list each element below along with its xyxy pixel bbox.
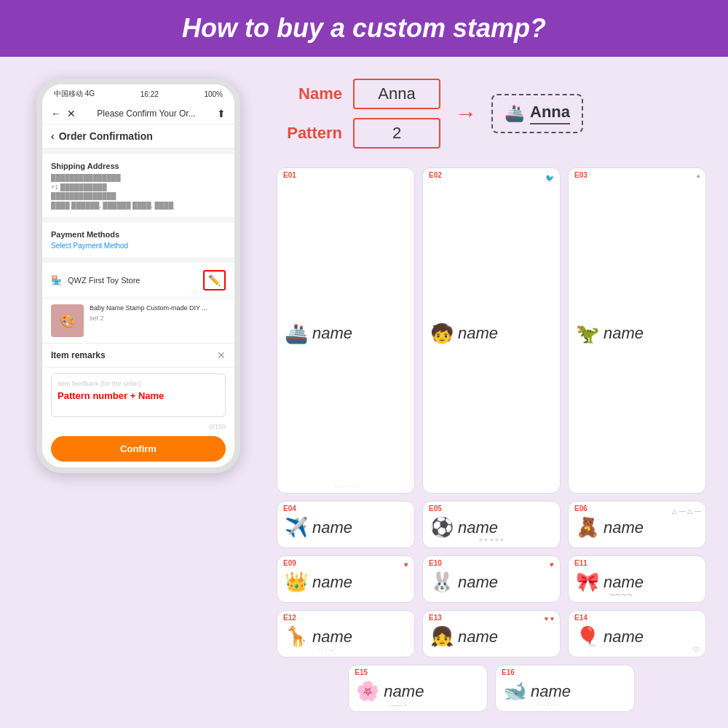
share-icon[interactable]: ⬆	[217, 108, 226, 119]
stamp-preview: 🚢 Anna	[491, 94, 583, 133]
pattern-icon-e01: 🚢	[285, 323, 308, 345]
pattern-icon-e15: 🌸	[356, 680, 379, 703]
pattern-card-e02[interactable]: E02 🧒 name 🐦	[422, 167, 561, 494]
pattern-name-e02: name	[458, 324, 498, 343]
pattern-card-e11[interactable]: E11 🎀 name 〜〜〜〜	[568, 555, 706, 603]
edit-box[interactable]: ✏️	[203, 270, 226, 290]
pattern-name-e12: name	[312, 628, 352, 646]
pattern-deco-e12: · · · →	[318, 647, 333, 654]
pattern-code-e06: E06	[574, 505, 587, 513]
pattern-name-e14: name	[604, 628, 644, 646]
remarks-placeholder: Item feedback (for the seller)	[58, 380, 219, 387]
pattern-code-e12: E12	[283, 614, 296, 622]
pattern-name-e10: name	[458, 573, 498, 592]
pattern-icon-e02: 🧒	[430, 323, 454, 345]
pattern-card-e16[interactable]: E16 🐋 name · · · · · · ·	[495, 665, 635, 712]
pattern-code-e04: E04	[283, 505, 296, 513]
pattern-icon-e06: 🧸	[576, 516, 599, 539]
pattern-card-e12[interactable]: E12 🦒 name · · · →	[277, 610, 415, 657]
remarks-header: Item remarks ✕	[42, 344, 234, 368]
payment-section: Payment Methods Select Payment Method	[42, 223, 234, 257]
phone-content: ‹ Order Confirmation Shipping Address ██…	[42, 124, 234, 462]
pattern-name-e16: name	[531, 682, 571, 701]
back-icon[interactable]: ←	[51, 108, 61, 119]
pattern-name-e05: name	[458, 518, 498, 537]
address-line-1: ███████████████	[51, 173, 226, 183]
carrier: 中国移动 4G	[54, 89, 95, 99]
pattern-code-e11: E11	[574, 559, 587, 567]
pattern-card-e06[interactable]: E06 🧸 name △ — △ —	[568, 501, 706, 548]
pattern-deco-e14: ♡	[693, 646, 700, 654]
remarks-title: Item remarks	[51, 350, 106, 360]
pattern-deco-e06: △ — △ —	[672, 507, 701, 515]
pattern-card-e13[interactable]: E13 👧 name ♥ ♥	[422, 610, 561, 657]
pattern-row-1: E01 🚢 name · · · · · · · E02 🧒 name 🐦 E0…	[277, 167, 706, 494]
product-variant: set 2	[90, 314, 226, 322]
pattern-icon-e10: 🐰	[430, 571, 454, 593]
name-input[interactable]: Anna	[353, 79, 440, 109]
pattern-deco-e03: ✦	[695, 173, 701, 181]
pattern-deco-e11: 〜〜〜〜	[609, 591, 633, 599]
pattern-deco-e16: · · · · · · ·	[537, 702, 558, 708]
time: 16:22	[141, 90, 159, 98]
confirm-button[interactable]: Confirm	[51, 436, 226, 462]
pattern-code-e09: E09	[283, 559, 296, 567]
pattern-input[interactable]: 2	[353, 118, 440, 149]
pattern-card-e15[interactable]: E15 🌸 name ——→	[348, 665, 488, 712]
pattern-card-e10[interactable]: E10 🐰 name ♥	[422, 555, 561, 603]
product-name: Baby Name Stamp Custom-made DIY ...	[90, 304, 226, 313]
product-row: 🎨 Baby Name Stamp Custom-made DIY ... se…	[42, 298, 234, 343]
close-icon[interactable]: ✕	[67, 108, 76, 119]
phone-status-bar: 中国移动 4G 16:22 100%	[42, 84, 234, 103]
pattern-card-e03[interactable]: E03 🦖 name ✦	[568, 167, 706, 494]
char-count: 0/150	[51, 423, 226, 430]
pattern-name-e04: name	[312, 518, 352, 537]
pattern-icon-e04: ✈️	[285, 516, 308, 539]
shipping-label: Shipping Address	[51, 162, 226, 170]
back-icon-2[interactable]: ‹	[51, 130, 55, 142]
instruction-area: Name Anna Pattern 2 → 🚢 Anna	[277, 71, 706, 156]
pattern-code-e16: E16	[502, 668, 515, 676]
pattern-name-e06: name	[604, 518, 644, 537]
pattern-code-e10: E10	[429, 559, 442, 567]
header-title: How to buy a custom stamp?	[15, 13, 713, 44]
pattern-icon-e12: 🦒	[285, 625, 308, 648]
payment-link[interactable]: Select Payment Method	[51, 242, 226, 250]
remarks-close-btn[interactable]: ✕	[217, 349, 226, 361]
name-label: Name	[277, 84, 342, 103]
pattern-icon-e13: 👧	[430, 625, 454, 648]
pattern-card-e04[interactable]: E04 ✈️ name	[277, 501, 415, 548]
main-content: 中国移动 4G 16:22 100% ← ✕ Please Confirm Yo…	[0, 57, 728, 727]
pattern-code-e03: E03	[574, 171, 587, 179]
left-panel: 中国移动 4G 16:22 100% ← ✕ Please Confirm Yo…	[22, 71, 255, 712]
arrow-icon: →	[455, 101, 477, 126]
pattern-code-e05: E05	[429, 505, 442, 513]
right-panel: Name Anna Pattern 2 → 🚢 Anna E01 🚢	[277, 71, 706, 712]
pattern-code-e13: E13	[429, 614, 442, 622]
pattern-icon-e09: 👑	[285, 571, 308, 593]
address-line-2: +1 ██████████	[51, 183, 226, 192]
remarks-input-area[interactable]: Item feedback (for the seller) Pattern n…	[51, 373, 226, 417]
pattern-card-e01[interactable]: E01 🚢 name · · · · · · ·	[277, 167, 415, 494]
edit-icon[interactable]: ✏️	[208, 274, 221, 286]
pattern-code-e02: E02	[429, 171, 442, 179]
pattern-name-e03: name	[604, 324, 644, 343]
pattern-name-e01: name	[312, 324, 352, 343]
pattern-code-e14: E14	[574, 614, 587, 622]
pattern-name-e13: name	[458, 628, 498, 646]
address-line-3: ██████████████	[51, 191, 226, 201]
pattern-name-e11: name	[604, 573, 644, 592]
shipping-section: Shipping Address ███████████████ +1 ████…	[42, 154, 234, 217]
pattern-name-e15: name	[384, 682, 424, 701]
pattern-card-e14[interactable]: E14 🎈 name ♡	[568, 610, 706, 657]
pattern-grid-container: E01 🚢 name · · · · · · · E02 🧒 name 🐦 E0…	[277, 167, 706, 712]
pattern-row-3: E09 👑 name ♥ E10 🐰 name ♥ E11 🎀 name 〜〜〜…	[277, 555, 706, 603]
remarks-highlight: Pattern number + Name	[58, 390, 219, 401]
pattern-deco-e02: 🐦	[545, 174, 554, 182]
pattern-icon-e11: 🎀	[576, 571, 599, 593]
store-name: QWZ First Toy Store	[68, 276, 197, 285]
store-section: 🏪 QWZ First Toy Store ✏️	[42, 263, 234, 298]
pattern-card-e05[interactable]: E05 ⚽ name ꟸ ꟸ ꟸ ꟸ ꟸ	[422, 501, 561, 548]
pattern-card-e09[interactable]: E09 👑 name ♥	[277, 555, 415, 603]
remarks-overlay: Item remarks ✕ Item feedback (for the se…	[42, 343, 234, 462]
